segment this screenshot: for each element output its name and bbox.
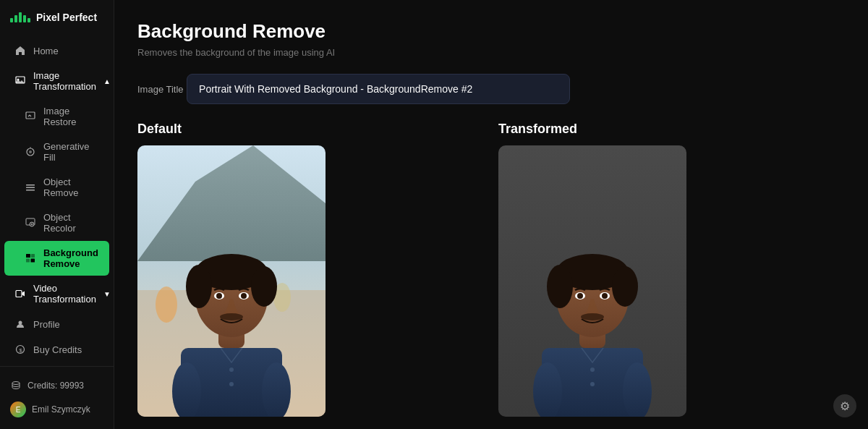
settings-icon: ⚙ — [840, 399, 850, 413]
object-remove-icon — [25, 182, 36, 193]
svg-point-36 — [229, 368, 234, 372]
svg-point-49 — [577, 293, 583, 299]
svg-rect-7 — [26, 190, 35, 191]
generative-fill-icon — [25, 146, 36, 158]
background-remove-icon — [25, 252, 36, 264]
svg-point-32 — [216, 293, 222, 299]
transformed-label: Transformed — [498, 122, 845, 137]
default-image-svg — [137, 145, 326, 417]
svg-rect-5 — [26, 184, 35, 186]
logo-bar-1 — [10, 18, 13, 22]
page-subtitle: Removes the background of the image usin… — [137, 47, 845, 58]
sidebar-item-profile[interactable]: Profile — [4, 312, 109, 336]
sidebar-footer: Credits: 99993 E Emil Szymczyk — [0, 366, 114, 429]
svg-point-29 — [186, 265, 212, 308]
transformed-image-col: Transformed — [498, 122, 845, 417]
svg-point-47 — [612, 266, 638, 307]
page-title: Background Remove — [137, 20, 845, 43]
svg-rect-13 — [31, 259, 35, 263]
image-restore-icon — [25, 111, 36, 122]
default-label: Default — [137, 122, 484, 137]
sidebar-item-buy-credits[interactable]: $ Buy Credits — [4, 337, 109, 362]
sidebar-item-image-restore[interactable]: Image Restore — [4, 99, 109, 134]
video-transform-icon — [14, 288, 26, 300]
credits-label: Credits: 99993 — [27, 381, 84, 391]
main-content: Background Remove Removes the background… — [114, 0, 868, 429]
logo-icon — [10, 12, 30, 22]
user-row: E Emil Szymczyk — [4, 397, 109, 422]
svg-point-18 — [12, 382, 20, 385]
object-recolor-icon — [25, 217, 36, 229]
logo-bar-2 — [14, 15, 17, 22]
user-name: Emil Szymczyk — [32, 404, 90, 415]
credits-row: Credits: 99993 — [4, 374, 109, 397]
svg-point-30 — [251, 266, 277, 307]
image-title-label: Image Title — [137, 84, 184, 95]
svg-point-22 — [156, 286, 177, 323]
app-name: Pixel Perfect — [36, 12, 97, 23]
logo: Pixel Perfect — [0, 0, 114, 35]
svg-rect-14 — [16, 291, 22, 297]
avatar: E — [10, 402, 26, 417]
svg-point-54 — [590, 382, 595, 386]
svg-point-15 — [19, 321, 22, 325]
svg-point-53 — [590, 368, 595, 372]
transformed-image-svg — [498, 145, 686, 417]
images-section: Default — [137, 122, 845, 417]
svg-point-37 — [229, 382, 234, 386]
profile-icon — [14, 318, 26, 330]
transformed-image — [498, 145, 686, 417]
chevron-down-icon: ▼ — [103, 290, 111, 298]
image-title-input[interactable] — [187, 74, 570, 104]
logo-bar-4 — [23, 15, 26, 22]
sidebar-item-object-remove[interactable]: Object Remove — [4, 170, 109, 205]
svg-point-51 — [602, 293, 608, 299]
svg-text:$: $ — [19, 347, 22, 354]
svg-point-52 — [581, 313, 604, 320]
svg-rect-12 — [26, 259, 30, 263]
svg-rect-11 — [31, 254, 35, 258]
sidebar-item-background-remove[interactable]: Background Remove — [4, 241, 109, 276]
logo-bar-5 — [27, 18, 30, 22]
sidebar-item-home[interactable]: Home — [4, 38, 109, 63]
sidebar-item-object-recolor[interactable]: Object Recolor — [4, 205, 109, 240]
logo-bar-3 — [19, 12, 22, 22]
sidebar-item-generative-fill[interactable]: Generative Fill — [4, 135, 109, 169]
svg-point-46 — [547, 265, 573, 308]
sidebar-item-image-transformation[interactable]: Image Transformation ▲ — [4, 64, 109, 98]
home-icon — [14, 45, 26, 56]
database-icon — [10, 380, 22, 391]
sidebar: Pixel Perfect Home Image Transformation — [0, 0, 114, 429]
svg-point-34 — [241, 293, 247, 299]
default-image-col: Default — [137, 122, 484, 417]
svg-point-35 — [220, 313, 243, 320]
svg-rect-6 — [26, 187, 35, 189]
image-title-field: Image Title — [137, 74, 845, 122]
credits-icon: $ — [14, 344, 26, 355]
nav-menu: Home Image Transformation ▲ Ima — [0, 38, 114, 366]
image-transform-icon — [14, 75, 26, 87]
settings-button[interactable]: ⚙ — [833, 394, 856, 417]
default-image — [137, 145, 326, 417]
chevron-up-icon: ▲ — [103, 77, 111, 85]
sidebar-item-video-transformation[interactable]: Video Transformation ▼ — [4, 276, 109, 311]
svg-rect-10 — [26, 254, 30, 258]
